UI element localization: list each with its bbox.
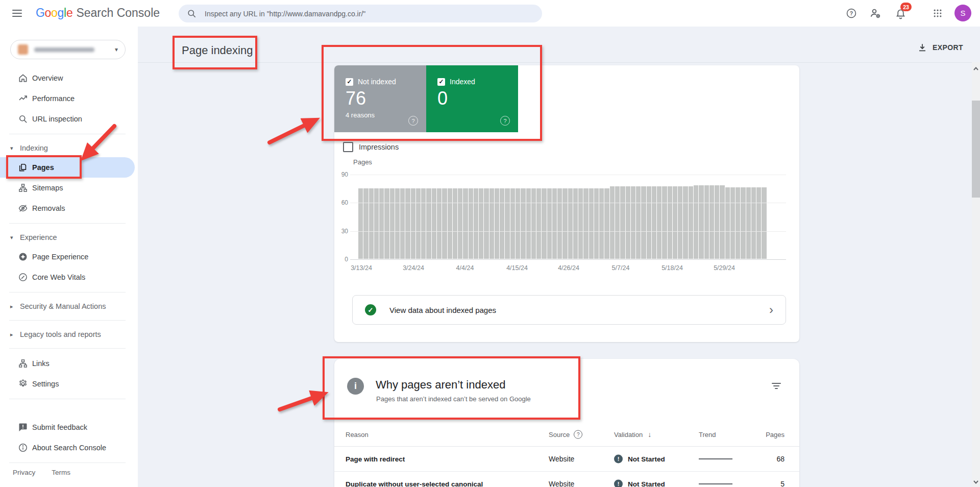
sidebar-item-about-search-console[interactable]: About Search Console [0, 437, 135, 458]
privacy-link[interactable]: Privacy [13, 469, 35, 476]
sidebar-item-label: Core Web Vitals [32, 273, 85, 281]
chart-bar [736, 187, 740, 259]
chart-bar [678, 186, 682, 259]
chart-bar [448, 188, 452, 259]
chart-bar [615, 186, 620, 259]
help-circle-icon[interactable]: ? [574, 430, 582, 439]
chart-bar [756, 187, 761, 259]
url-inspect-searchbar[interactable] [179, 5, 542, 22]
reason-cell: Page with redirect [346, 455, 405, 462]
vertical-scrollbar-thumb[interactable] [972, 101, 980, 198]
google-logo-text: Google [36, 6, 72, 19]
validation-status: Not Started [628, 480, 665, 487]
chart-bar [573, 188, 578, 259]
product-name: Search Console [76, 6, 160, 19]
user-settings-icon[interactable] [867, 5, 884, 21]
column-header-source[interactable]: Source ? [549, 430, 582, 439]
sidebar-item-removals[interactable]: Removals [0, 198, 135, 218]
scroll-down-arrow[interactable] [972, 478, 980, 486]
chart-bar [689, 186, 693, 259]
sidebar-item-sitemaps[interactable]: Sitemaps [0, 178, 135, 198]
sidebar-item-label: Links [32, 359, 50, 368]
search-input[interactable] [204, 9, 522, 18]
sidebar-item-label: Performance [32, 94, 75, 103]
sidebar-item-url-inspection[interactable]: URL inspection [0, 109, 135, 129]
impressions-checkbox[interactable] [343, 142, 353, 152]
chart-bar [557, 188, 562, 259]
why-not-indexed-card: i Why pages aren’t indexed Pages that ar… [334, 359, 799, 487]
chart-bar [631, 186, 635, 259]
view-indexed-data-row[interactable]: ✓ View data about indexed pages › [352, 295, 786, 325]
sidebar-spacer [0, 404, 135, 417]
chevron-right-icon: › [769, 304, 773, 316]
chart-gridline [350, 203, 786, 203]
chart-bar [673, 186, 677, 259]
sidebar-section-experience[interactable]: ▾Experience [0, 228, 135, 247]
trend-cell [699, 483, 732, 484]
chart-bar [730, 187, 735, 259]
chart-bar [636, 186, 641, 259]
help-circle-icon[interactable]: ? [408, 116, 418, 126]
chevron-down-icon: ▾ [10, 234, 16, 241]
sidebar-item-submit-feedback[interactable]: Submit feedback [0, 417, 135, 437]
chart-bar [374, 188, 379, 259]
chart-bar [542, 188, 546, 259]
chevron-down-icon: ▾ [115, 46, 118, 53]
chart-bar [395, 188, 400, 259]
table-row[interactable]: Duplicate without user-selected canonica… [334, 471, 799, 487]
sidebar-item-label: Sitemaps [32, 184, 63, 192]
sidebar-item-links[interactable]: Links [0, 353, 135, 374]
terms-link[interactable]: Terms [52, 469, 70, 476]
impressions-toggle[interactable]: Impressions [343, 142, 399, 152]
indexed-card[interactable]: ✓ Indexed 0 ? [426, 65, 518, 132]
chart-bar [390, 188, 395, 259]
property-selector[interactable]: ▾ [10, 40, 126, 59]
column-header-reason[interactable]: Reason [346, 431, 369, 439]
chart-bar [358, 188, 363, 259]
avatar[interactable]: S [954, 5, 971, 21]
sidebar-item-label: About Search Console [32, 444, 106, 452]
not-indexed-checkbox[interactable]: ✓ [346, 78, 353, 86]
export-button[interactable]: EXPORT [918, 43, 963, 52]
indexed-label: Indexed [450, 78, 475, 86]
sidebar-section-security-manual-actions[interactable]: ▸Security & Manual Actions [0, 297, 135, 315]
column-header-pages[interactable]: Pages [766, 431, 785, 439]
chart-gridline [350, 231, 786, 232]
help-circle-icon[interactable]: ? [500, 116, 510, 126]
chart-bar [709, 185, 714, 259]
filter-list-icon[interactable] [771, 383, 781, 391]
chart-bar [426, 188, 431, 259]
page-experience-icon [18, 252, 28, 262]
chart-bar [604, 188, 609, 259]
chart-bar [762, 187, 766, 259]
chart-y-axis-title: Pages [353, 158, 372, 166]
sidebar-section-indexing[interactable]: ▾Indexing [0, 139, 135, 157]
chart-bar [589, 188, 594, 259]
sidebar-item-page-experience[interactable]: Page Experience [0, 247, 135, 267]
logo-letter: G [36, 6, 45, 19]
sidebar-divider [9, 348, 126, 349]
trend-sparkline [699, 483, 732, 484]
table-row[interactable]: Page with redirectWebsite!Not Started68 [334, 446, 799, 472]
not-indexed-card[interactable]: ✓ Not indexed 76 4 reasons ? [334, 65, 426, 132]
app-logo[interactable]: GoogleSearch Console [36, 6, 160, 20]
chart-bar [583, 188, 588, 259]
menu-icon[interactable] [12, 10, 22, 17]
column-header-trend[interactable]: Trend [699, 431, 732, 439]
sidebar-divider [9, 399, 126, 399]
sidebar-item-performance[interactable]: Performance [0, 88, 135, 109]
sidebar-nav: OverviewPerformanceURL inspection▾Indexi… [0, 68, 135, 468]
sidebar-item-core-web-vitals[interactable]: Core Web Vitals [0, 267, 135, 287]
help-icon[interactable]: ? [843, 5, 860, 21]
about-icon [18, 443, 28, 453]
sidebar-item-overview[interactable]: Overview [0, 68, 135, 88]
sidebar-item-settings[interactable]: Settings [0, 374, 135, 394]
scroll-up-arrow[interactable] [972, 64, 980, 72]
chart-bar [411, 188, 415, 259]
sidebar-section-legacy-tools-and-reports[interactable]: ▸Legacy tools and reports [0, 325, 135, 344]
google-apps-grid-icon[interactable] [929, 5, 946, 21]
indexed-checkbox[interactable]: ✓ [437, 78, 445, 86]
sidebar-item-pages[interactable]: Pages [0, 157, 135, 178]
column-header-validation[interactable]: Validation ↓ [614, 430, 651, 439]
table-header-row: Reason Source ? Validation ↓ Trend Pages [334, 423, 799, 447]
